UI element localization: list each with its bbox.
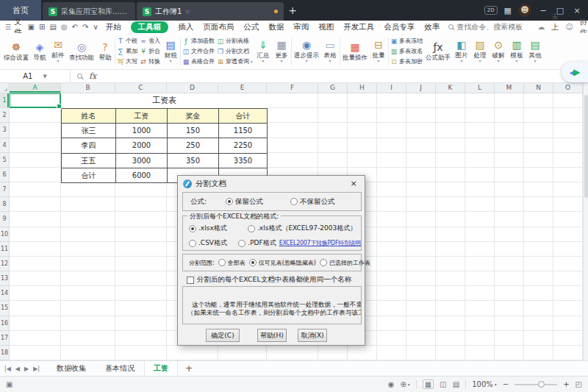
row-header[interactable]: 11 — [0, 242, 10, 257]
document-tab-active[interactable]: S 工作簿1 ▫ — [137, 2, 284, 21]
ribbon-item[interactable]: ▣多表冻结 — [390, 36, 423, 46]
ribbon-item[interactable]: ▭表格▾ — [322, 39, 338, 63]
name-box[interactable]: A1 ▼ — [0, 70, 71, 82]
ribbon-item[interactable]: ✉邮件▾ — [50, 39, 66, 63]
add-sheet-button[interactable]: + — [178, 363, 200, 374]
row-header[interactable]: 3 — [0, 123, 10, 138]
table-cell[interactable]: 6000 — [116, 168, 168, 183]
column-header[interactable]: D — [167, 83, 218, 93]
column-header[interactable]: J — [406, 83, 436, 93]
ribbon-item[interactable]: ❐分割文档 — [217, 46, 253, 56]
export-icon[interactable]: ⊞ — [39, 23, 45, 31]
ribbon-item[interactable]: ▥模板▾ — [509, 39, 525, 63]
row-header[interactable]: 6 — [0, 168, 10, 182]
table-cell[interactable]: 250 — [168, 138, 219, 153]
undo-icon[interactable]: ↶ — [72, 23, 78, 31]
active-cell-selection[interactable] — [10, 93, 61, 108]
menu-item[interactable]: 工具箱 — [131, 21, 169, 33]
ribbon-item[interactable]: ▦更多▾ — [273, 39, 290, 63]
ribbon-item[interactable]: ⊡多表加密 — [390, 57, 423, 66]
ribbon-item[interactable]: 写大写 — [117, 57, 137, 66]
row-header[interactable]: 13 — [0, 271, 10, 286]
ribbon-item[interactable]: ⇄转换 — [140, 57, 160, 66]
table-cell[interactable]: 1000 — [116, 124, 168, 138]
ribbon-item[interactable]: ▤财税▾ — [162, 39, 179, 63]
print-icon[interactable]: ▤ — [49, 23, 56, 31]
table-cell[interactable]: 合计 — [62, 168, 116, 183]
ribbon-item[interactable]: ☸综合设置 — [3, 41, 29, 61]
preview-icon[interactable]: ◎ — [61, 23, 68, 31]
ribbon-item[interactable]: ⇓汇总▾ — [255, 39, 271, 63]
row-header[interactable]: 2 — [0, 108, 10, 123]
menu-item[interactable]: 会员专享 — [384, 22, 415, 32]
menu-item[interactable]: 公式 — [243, 22, 259, 32]
table-cell[interactable]: 1150 — [219, 124, 268, 138]
ribbon-item[interactable]: ¥折合 — [140, 46, 160, 56]
row-header[interactable]: 16 — [0, 316, 10, 331]
ribbon-item[interactable]: ≈舍入 — [140, 36, 160, 46]
menu-item[interactable]: 视图 — [318, 22, 334, 32]
radio-option[interactable]: 不保留公式 — [290, 197, 335, 207]
table-cell[interactable]: 李四 — [62, 138, 116, 153]
dialog-button[interactable]: 确定(C) — [206, 329, 240, 342]
ribbon-item[interactable]: ƒ添加函数 — [182, 36, 215, 46]
column-header[interactable]: I — [377, 83, 406, 93]
row-header[interactable]: 18 — [0, 346, 10, 360]
column-header[interactable]: A — [10, 83, 61, 93]
column-header[interactable]: O — [553, 83, 583, 93]
ribbon-item[interactable]: ▦批量操作 — [342, 41, 368, 61]
radio-option[interactable]: 已选择的工作表 — [320, 259, 370, 267]
ribbon-item[interactable]: ◈导航 — [32, 41, 48, 61]
radio-option[interactable]: .xlsx格式 — [189, 224, 248, 233]
formula-input[interactable] — [96, 70, 588, 82]
table-cell[interactable]: 150 — [168, 124, 219, 138]
row-header[interactable]: 5 — [0, 153, 10, 168]
view-page-layout-icon[interactable]: ◫ — [440, 380, 446, 388]
column-header[interactable]: C — [115, 83, 167, 93]
more-icon[interactable]: ∨ — [93, 23, 98, 31]
table-title[interactable]: 工资表 — [61, 93, 268, 108]
fullscreen-icon[interactable]: ◰ — [576, 380, 582, 388]
eye-protection-icon[interactable]: ◉ — [388, 380, 395, 388]
sheet-nav-icon[interactable]: |◀ — [4, 366, 11, 372]
command-search[interactable] — [448, 23, 537, 31]
ribbon-item[interactable]: ƒx公式助手 — [425, 41, 451, 61]
ribbon-item[interactable]: ⊞穿透查询▾ — [217, 57, 253, 66]
radio-option[interactable]: .PDF格式 — [238, 238, 276, 248]
sheet-nav-icon[interactable]: ◀ — [15, 366, 20, 372]
fx-icon[interactable]: fx — [89, 71, 96, 81]
menu-item[interactable]: 开发工具 — [343, 22, 374, 32]
table-header-cell[interactable]: 工资 — [116, 109, 168, 124]
column-header[interactable]: B — [61, 83, 115, 93]
row-header[interactable]: 12 — [0, 257, 10, 271]
menu-item[interactable]: 页面布局 — [203, 22, 234, 32]
ribbon-item[interactable]: ◫文件合并 — [182, 46, 215, 56]
row-header[interactable]: 8 — [0, 197, 10, 212]
zoom-level[interactable]: 100% — [472, 380, 493, 388]
ribbon-item[interactable]: ⊙破解▾ — [490, 39, 506, 63]
column-header[interactable]: F — [267, 83, 318, 93]
ribbon-item[interactable]: ◎查找功能 — [68, 41, 95, 61]
ribbon-item[interactable]: ▨处理▾ — [472, 39, 488, 63]
ribbon-item[interactable]: ?帮助 — [97, 41, 113, 61]
table-header-cell[interactable]: 姓名 — [62, 109, 116, 124]
ribbon-item[interactable]: T个税 — [117, 36, 137, 46]
ribbon-item[interactable]: ▥多表改名 — [390, 46, 423, 56]
panel-toggle-icon[interactable]: 2D — [484, 6, 498, 15]
redo-icon[interactable]: ↷ — [82, 23, 88, 31]
document-tab[interactable]: S 采集应用宝和库...P匹配结果mm — [43, 2, 135, 21]
row-header[interactable]: 7 — [0, 182, 10, 197]
zoom-out-button[interactable]: − — [503, 380, 509, 388]
dialog-button[interactable]: 帮助(H) — [257, 329, 287, 342]
ribbon-item[interactable]: ∑累加 — [117, 46, 137, 56]
zoom-slider[interactable] — [514, 384, 557, 385]
radio-option[interactable]: 仅可见表(忽略隐藏表) — [249, 259, 316, 267]
dialog-titlebar[interactable]: 分割文档 × — [178, 176, 365, 191]
row-header[interactable]: 17 — [0, 331, 10, 346]
column-header[interactable]: L — [465, 83, 495, 93]
row-header[interactable]: 10 — [0, 227, 10, 242]
radio-option[interactable]: .CSV格式 — [189, 238, 238, 248]
search-input[interactable] — [456, 23, 537, 31]
row-header[interactable]: 15 — [0, 301, 10, 316]
select-all-corner[interactable] — [0, 83, 10, 93]
